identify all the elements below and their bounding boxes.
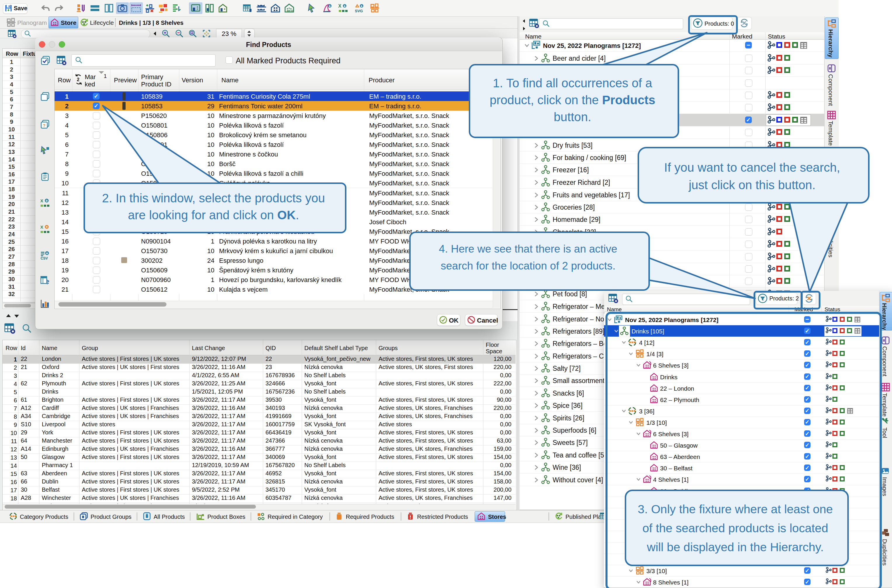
- svg-text:X: X: [40, 198, 43, 203]
- svg-text:X: X: [40, 225, 43, 230]
- svg-text:SVG: SVG: [355, 9, 363, 13]
- svg-text:2: 2: [77, 77, 80, 82]
- svg-text:CSV: CSV: [41, 256, 48, 260]
- svg-text:?: ?: [43, 123, 45, 128]
- svg-text:X: X: [338, 3, 341, 9]
- svg-text:BETA: BETA: [287, 9, 294, 12]
